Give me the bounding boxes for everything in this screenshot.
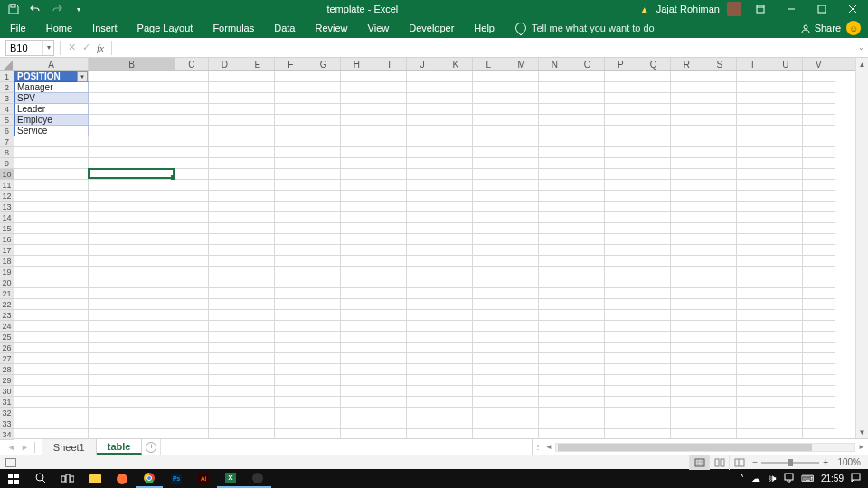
cell[interactable] [175, 408, 209, 418]
cell[interactable] [175, 234, 209, 245]
cell[interactable] [605, 386, 638, 397]
cell[interactable] [737, 245, 770, 256]
cell[interactable] [209, 364, 242, 375]
cell[interactable] [209, 256, 242, 267]
cell[interactable] [671, 126, 704, 136]
cell[interactable] [241, 288, 275, 299]
cell[interactable] [539, 223, 572, 234]
row-header-3[interactable]: 3 [0, 93, 14, 104]
cell[interactable] [341, 191, 374, 202]
cell[interactable] [605, 93, 638, 104]
cell[interactable] [209, 332, 242, 343]
cell[interactable] [505, 82, 539, 93]
cell[interactable] [407, 245, 440, 256]
cell[interactable] [703, 418, 737, 429]
cell[interactable] [769, 310, 803, 321]
cell[interactable] [307, 180, 341, 191]
cell[interactable] [241, 126, 275, 136]
minimize-button[interactable] [779, 0, 803, 18]
cell[interactable] [539, 158, 572, 169]
cell[interactable] [637, 169, 671, 180]
cell[interactable] [505, 158, 539, 169]
cell[interactable] [275, 386, 308, 397]
row-header-5[interactable]: 5 [0, 115, 14, 126]
cell[interactable] [703, 93, 737, 104]
cell[interactable] [605, 234, 638, 245]
cell[interactable] [241, 180, 275, 191]
cell[interactable] [473, 353, 506, 364]
col-header-L[interactable]: L [473, 58, 506, 70]
cell[interactable] [439, 191, 473, 202]
cell[interactable] [473, 288, 506, 299]
cell[interactable] [373, 126, 407, 136]
cell[interactable] [769, 353, 803, 364]
cell[interactable] [737, 288, 770, 299]
cell[interactable] [703, 158, 737, 169]
cell[interactable] [14, 267, 89, 277]
cell[interactable] [14, 212, 89, 223]
cell[interactable] [539, 126, 572, 136]
cell[interactable] [175, 212, 209, 223]
cell[interactable] [407, 223, 440, 234]
cell[interactable] [209, 375, 242, 386]
cell[interactable] [275, 321, 308, 332]
cell[interactable] [275, 418, 308, 429]
cell[interactable] [737, 343, 770, 353]
col-header-B[interactable]: B [89, 58, 175, 70]
cell[interactable] [737, 180, 770, 191]
cell[interactable] [14, 180, 89, 191]
cell[interactable] [473, 332, 506, 343]
cell[interactable] [275, 223, 308, 234]
cell[interactable] [637, 277, 671, 288]
cell[interactable] [571, 104, 605, 115]
taskbar-search-icon[interactable] [27, 469, 54, 488]
cell[interactable] [571, 429, 605, 438]
cell[interactable] [769, 180, 803, 191]
qat-customize-icon[interactable]: ▾ [72, 3, 85, 15]
cell[interactable] [737, 147, 770, 158]
cell[interactable] [769, 245, 803, 256]
tab-home[interactable]: Home [36, 18, 82, 38]
cell[interactable] [769, 191, 803, 202]
cell[interactable] [473, 93, 506, 104]
cell[interactable] [89, 267, 175, 277]
cell[interactable] [737, 364, 770, 375]
cell[interactable] [307, 82, 341, 93]
cell[interactable] [373, 408, 407, 418]
col-header-G[interactable]: G [307, 58, 341, 70]
cell[interactable] [373, 364, 407, 375]
cell[interactable] [14, 136, 89, 147]
cell[interactable] [14, 353, 89, 364]
tray-chevron-icon[interactable]: ˄ [740, 474, 744, 483]
cell[interactable] [769, 429, 803, 438]
cell[interactable] [341, 212, 374, 223]
cell[interactable] [14, 321, 89, 332]
cell[interactable] [473, 169, 506, 180]
cell[interactable] [637, 147, 671, 158]
fx-icon[interactable]: fx [97, 42, 104, 53]
cell[interactable] [671, 234, 704, 245]
cell[interactable] [341, 277, 374, 288]
row-header-12[interactable]: 12 [0, 191, 14, 202]
col-header-I[interactable]: I [373, 58, 407, 70]
cell[interactable] [571, 397, 605, 408]
macro-record-icon[interactable] [5, 458, 16, 467]
cell[interactable] [341, 223, 374, 234]
cell[interactable] [671, 82, 704, 93]
cell[interactable] [637, 267, 671, 277]
cell[interactable] [671, 397, 704, 408]
cell[interactable] [14, 332, 89, 343]
cell[interactable] [737, 115, 770, 126]
cell[interactable] [473, 418, 506, 429]
cell[interactable] [175, 202, 209, 212]
cell[interactable] [407, 93, 440, 104]
formula-input[interactable] [116, 40, 854, 56]
cell[interactable] [571, 82, 605, 93]
cell[interactable] [407, 332, 440, 343]
cell[interactable] [275, 234, 308, 245]
cell[interactable]: SPV [14, 93, 89, 104]
cell[interactable] [373, 147, 407, 158]
cell[interactable] [407, 202, 440, 212]
cell[interactable] [671, 202, 704, 212]
col-header-M[interactable]: M [505, 58, 539, 70]
